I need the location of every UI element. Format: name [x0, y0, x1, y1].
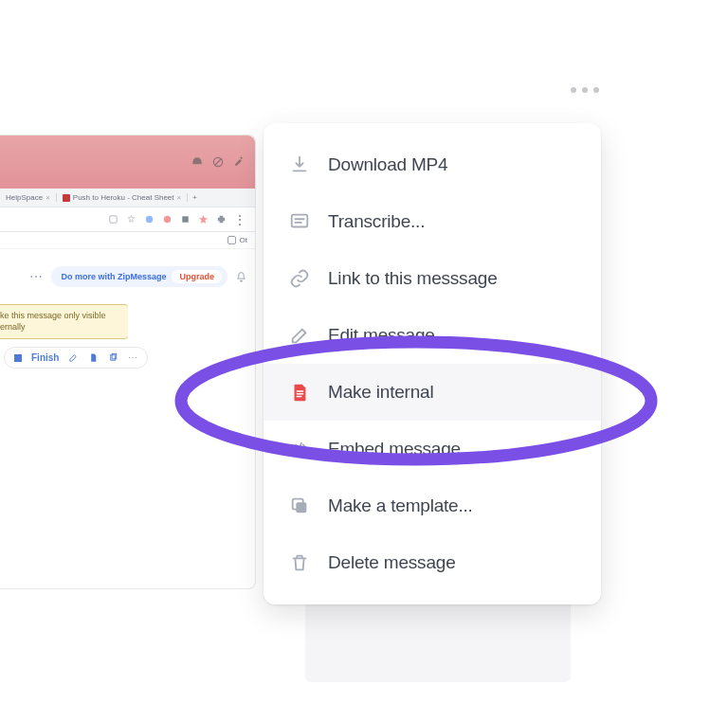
svg-rect-9 [296, 502, 306, 513]
svg-rect-6 [111, 355, 116, 361]
background-bookmarks-bar: Ot [0, 232, 255, 249]
upgrade-button[interactable]: Upgrade [172, 270, 222, 283]
ext-icon[interactable] [144, 214, 155, 225]
internal-visibility-banner: ke this message only visible ernally [0, 304, 128, 339]
rocket-icon [232, 155, 246, 169]
menu-item-label: Download MP4 [328, 154, 447, 175]
stop-icon [14, 354, 22, 362]
menu-item-link-message[interactable]: Link to this messsage [264, 250, 601, 307]
menu-item-label: Transcribe... [328, 211, 425, 232]
code-icon [288, 438, 311, 460]
helmet-icon [191, 155, 204, 169]
ext-icon[interactable] [198, 214, 209, 225]
ext-icon[interactable] [162, 214, 173, 225]
menu-item-transcribe[interactable]: Transcribe... [264, 193, 601, 250]
upsell-pill[interactable]: Do more with ZipMessage Upgrade [51, 266, 228, 287]
copy-icon[interactable] [108, 352, 118, 363]
ext-icon[interactable] [126, 214, 136, 225]
document-icon [288, 381, 311, 404]
svg-rect-5 [182, 216, 188, 222]
menu-item-label: Link to this messsage [328, 268, 498, 289]
background-app-header: ⋯ Do more with ZipMessage Upgrade [0, 249, 255, 304]
menu-item-make-internal[interactable]: Make internal [264, 364, 601, 421]
background-titlebar [0, 135, 255, 189]
tab-label: HelpSpace [6, 193, 43, 202]
copy-icon [288, 495, 311, 517]
banner-line2: ernally [0, 322, 120, 333]
menu-item-label: Embed message... [328, 439, 475, 459]
tab-label: Push to Heroku - Cheat Sheet [73, 193, 174, 202]
upsell-text: Do more with ZipMessage [61, 272, 166, 281]
svg-point-4 [164, 216, 171, 223]
transcript-icon [288, 210, 311, 233]
trash-icon [288, 551, 311, 574]
edit-icon [288, 324, 311, 347]
edit-icon[interactable] [68, 352, 79, 363]
ext-icon[interactable] [108, 214, 118, 225]
bookmarks-label: Ot [240, 236, 247, 244]
browser-menu-icon[interactable]: ⋮ [234, 213, 246, 226]
background-tab-heroku[interactable]: Push to Heroku - Cheat Sheet × [57, 193, 188, 202]
menu-item-label: Delete message [328, 552, 456, 573]
tab-close-icon[interactable]: × [177, 193, 182, 202]
tab-favicon [63, 194, 70, 202]
new-tab-button[interactable]: + [188, 193, 202, 202]
menu-item-embed-message[interactable]: Embed message... [264, 421, 601, 477]
circle-slash-icon [211, 155, 225, 169]
link-icon [288, 267, 311, 290]
more-actions-button[interactable] [571, 87, 599, 93]
svg-rect-8 [292, 215, 308, 227]
bell-icon[interactable] [235, 271, 247, 283]
background-app-window: HelpSpace × Push to Heroku - Cheat Sheet… [0, 135, 256, 589]
document-icon[interactable] [88, 352, 99, 363]
svg-rect-7 [113, 354, 118, 360]
svg-point-3 [146, 216, 153, 223]
background-browser-tabs: HelpSpace × Push to Heroku - Cheat Sheet… [0, 189, 255, 207]
menu-item-label: Make internal [328, 382, 433, 403]
download-icon [288, 153, 311, 176]
svg-line-1 [215, 159, 222, 166]
overflow-icon[interactable]: ⋯ [29, 269, 44, 284]
tab-close-icon[interactable]: × [46, 193, 50, 202]
ext-icon[interactable] [180, 214, 191, 225]
svg-rect-2 [110, 216, 117, 223]
puzzle-icon[interactable] [216, 214, 227, 225]
overflow-icon[interactable]: ⋯ [128, 352, 137, 363]
menu-item-label: Make a template... [328, 495, 473, 516]
background-tab-helpspace[interactable]: HelpSpace × [0, 193, 57, 202]
finish-toolbar: Finish ⋯ [4, 347, 148, 369]
menu-item-delete-message[interactable]: Delete message [264, 534, 601, 591]
message-actions-menu: Download MP4 Transcribe... Link to this … [264, 123, 601, 604]
banner-line1: ke this message only visible [0, 311, 120, 322]
folder-icon [228, 236, 236, 244]
menu-item-download-mp4[interactable]: Download MP4 [264, 136, 601, 193]
background-browser-toolbar: ⋮ [0, 207, 255, 232]
finish-button[interactable]: Finish [31, 352, 59, 363]
menu-item-edit-message[interactable]: Edit message [264, 307, 601, 364]
menu-item-label: Edit message [328, 325, 435, 346]
menu-item-make-template[interactable]: Make a template... [264, 477, 601, 534]
